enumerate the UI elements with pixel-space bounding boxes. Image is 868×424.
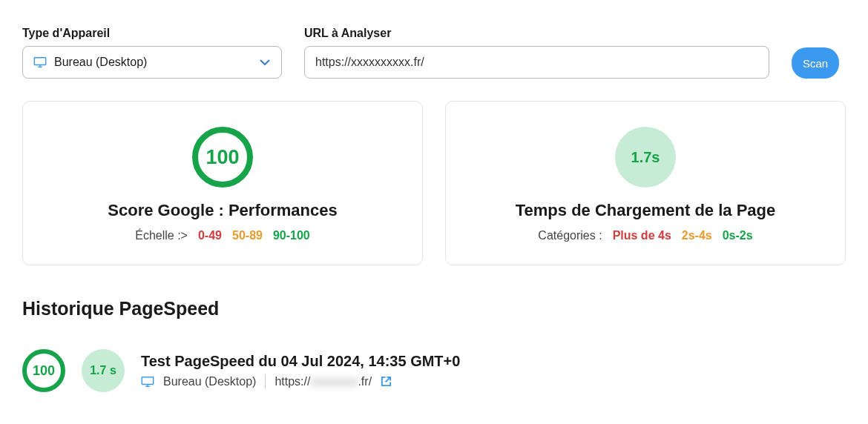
score-scale: Échelle :> 0-49 50-89 90-100 [135,229,310,242]
score-value: 100 [206,146,239,169]
svg-rect-3 [142,377,153,384]
cat-slow: Plus de 4s [613,229,671,242]
scale-label: Échelle :> [135,229,188,242]
result-cards: 100 Score Google : Performances Échelle … [22,101,846,265]
cat-fast: 0s-2s [723,229,753,242]
history-score-value: 100 [33,363,55,379]
history-item: 100 1.7 s Test PageSpeed du 04 Jul 2024,… [22,349,846,392]
device-selected-value: Bureau (Desktop) [54,56,147,69]
scale-low: 0-49 [198,229,222,242]
history-score-ring: 100 [22,349,65,392]
history-time-value: 1.7 s [90,364,116,377]
score-title: Score Google : Performances [108,201,337,220]
history-meta: Bureau (Desktop) https://xxxxxxxx.fr/ [141,374,460,389]
load-title: Temps de Chargement de la Page [516,201,775,220]
performance-score-card: 100 Score Google : Performances Échelle … [22,101,423,265]
scale-high: 90-100 [273,229,310,242]
external-link-icon[interactable] [381,376,392,387]
scan-form: Type d'Appareil Bureau (Desktop) URL à A… [22,27,846,79]
cat-mid: 2s-4s [682,229,712,242]
device-select[interactable]: Bureau (Desktop) [22,46,282,79]
load-time-card: 1.7s Temps de Chargement de la Page Caté… [445,101,846,265]
divider [265,374,266,389]
svg-rect-0 [34,58,45,65]
url-input[interactable] [304,46,769,79]
scan-button[interactable]: Scan [792,47,839,79]
cat-label: Catégories : [538,229,602,242]
history-heading: Test PageSpeed du 04 Jul 2024, 14:35 GMT… [141,353,460,370]
score-ring: 100 [192,127,253,188]
history-time-circle: 1.7 s [82,349,125,392]
device-label: Type d'Appareil [22,27,282,40]
chevron-down-icon [259,59,271,66]
monitor-icon [141,377,154,387]
load-time-value: 1.7s [631,149,660,166]
history-title: Historique PageSpeed [22,298,846,319]
monitor-icon [33,57,47,67]
history-device: Bureau (Desktop) [163,375,256,388]
url-field: URL à Analyser [304,27,769,79]
scale-mid: 50-89 [232,229,263,242]
load-time-circle: 1.7s [615,127,676,188]
history-url[interactable]: https://xxxxxxxx.fr/ [274,375,372,388]
device-field: Type d'Appareil Bureau (Desktop) [22,27,282,79]
load-categories: Catégories : Plus de 4s 2s-4s 0s-2s [538,229,752,242]
url-label: URL à Analyser [304,27,769,40]
history-details: Test PageSpeed du 04 Jul 2024, 14:35 GMT… [141,353,460,389]
